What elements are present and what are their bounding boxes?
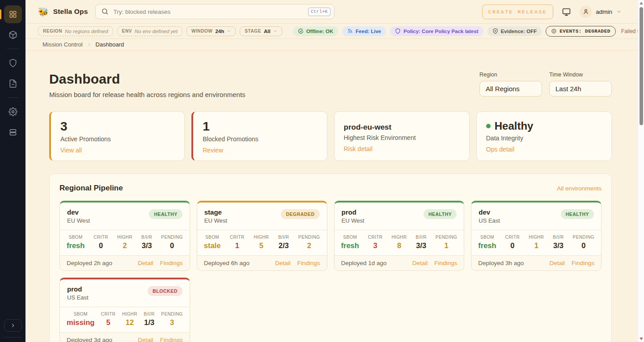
stat-label: HIGHR	[391, 235, 407, 240]
stat-value: 1	[534, 241, 538, 250]
env-context-chip: ENV No env defined yet	[117, 26, 182, 36]
time-window-select[interactable]: Last 24h	[549, 81, 612, 97]
scrollbar-thumb[interactable]	[640, 7, 643, 125]
stat-label: CRITR	[101, 312, 116, 317]
stat-label: SBOM	[480, 235, 494, 240]
evidence-status-pill: Evidence: OFF	[487, 26, 542, 36]
scroll-up-arrow[interactable]	[640, 2, 643, 4]
page-title: Dashboard	[49, 72, 246, 87]
regional-pipeline-panel: Regional Pipeline All environments dev E…	[49, 173, 612, 342]
stage-chip-label: STAGE	[245, 29, 261, 34]
environment-name: dev	[479, 208, 500, 216]
stat-label: PENDING	[161, 235, 182, 240]
breadcrumb-mission-control[interactable]: Mission Control	[42, 41, 83, 48]
sidebar-item-dashboard[interactable]	[4, 5, 22, 23]
policy-status-pill: Policy: Core Policy Pack latest	[390, 26, 483, 36]
environment-region: US East	[479, 217, 500, 224]
sidebar-item-releases[interactable]	[4, 26, 22, 44]
window-filter-chip[interactable]: WINDOW 24h	[186, 26, 236, 36]
region-select[interactable]: All Regions	[479, 81, 542, 97]
stat-value: 3/3	[553, 241, 564, 250]
monitor-icon[interactable]	[562, 7, 571, 17]
region-chip-value: No regions defined	[65, 29, 108, 34]
search-input[interactable]	[95, 4, 335, 19]
detail-link[interactable]: Detail	[549, 260, 565, 266]
detail-link[interactable]: Detail	[138, 260, 153, 266]
app-header: 🐝 Stella Ops Ctrl+K CREATE RELEASE admin	[25, 0, 644, 23]
active-promotions-card: 3 Active Promotions View all	[49, 111, 185, 161]
stat-value: 1	[235, 241, 239, 250]
window-chip-value: 24h	[215, 29, 224, 34]
findings-link[interactable]: Findings	[297, 260, 320, 266]
sidebar-item-security[interactable]	[4, 54, 22, 72]
stage-chip-value: All	[264, 29, 271, 34]
data-integrity-value: Healthy	[495, 119, 534, 133]
stat-value: missing	[67, 318, 94, 327]
user-menu[interactable]: admin	[580, 6, 622, 18]
create-release-button[interactable]: CREATE RELEASE	[482, 4, 554, 19]
data-integrity-value-row: Healthy	[486, 119, 602, 133]
check-circle-icon	[298, 28, 304, 34]
environment-card-dev-us-east: dev US East HEALTHY SBOMfresh CRITR0 HIG…	[471, 201, 602, 271]
deployed-time: Deployed 3d ago	[67, 337, 112, 342]
all-environments-link[interactable]: All environments	[557, 185, 602, 192]
stat-label: B/I/R	[141, 235, 152, 240]
environment-card-stage-eu-west: stage EU West DEGRADED SBOMstale CRITR1 …	[197, 201, 327, 271]
environment-grid: dev EU West HEALTHY SBOMfresh CRITR0 HIG…	[59, 201, 602, 342]
sidebar-item-infrastructure[interactable]	[4, 123, 22, 141]
findings-link[interactable]: Findings	[434, 260, 457, 266]
stat-value: fresh	[67, 241, 85, 250]
findings-link[interactable]: Findings	[160, 337, 183, 342]
detail-link[interactable]: Detail	[275, 260, 291, 266]
view-all-link[interactable]: View all	[60, 147, 82, 154]
vertical-scrollbar	[638, 0, 644, 342]
deployed-time: Deployed 6h ago	[204, 260, 250, 266]
active-promotions-label: Active Promotions	[60, 135, 175, 143]
environment-region: US East	[67, 294, 89, 301]
environment-card-prod-eu-west: prod EU West HEALTHY SBOMfresh CRITR3 HI…	[334, 201, 465, 271]
status-badge: HEALTHY	[561, 209, 594, 219]
page-content: Dashboard Mission board for release heal…	[25, 51, 644, 342]
offline-status-pill: Offline: OK	[293, 26, 339, 36]
findings-link[interactable]: Findings	[572, 260, 594, 266]
blocked-promotions-card: 1 Blocked Promotions Review	[191, 111, 327, 161]
ops-detail-link[interactable]: Ops detail	[486, 146, 514, 153]
main-column: 🐝 Stella Ops Ctrl+K CREATE RELEASE admin	[25, 0, 644, 342]
sidebar-item-settings[interactable]	[4, 103, 22, 121]
stat-value: 2	[307, 241, 311, 250]
deployed-time: Deployed 1d ago	[341, 260, 387, 266]
detail-link[interactable]: Detail	[138, 337, 153, 342]
breadcrumb: Mission Control Dashboard	[25, 39, 644, 51]
region-chip-label: REGION	[43, 29, 62, 34]
environment-region: EU West	[204, 217, 227, 224]
review-link[interactable]: Review	[203, 147, 223, 154]
brand: 🐝 Stella Ops	[38, 8, 88, 16]
stat-value: 0	[510, 241, 514, 250]
stage-filter-chip[interactable]: STAGE All	[240, 26, 282, 36]
sidebar-item-documents[interactable]	[4, 75, 22, 93]
events-status-pill[interactable]: EVENTS: DEGRADED	[546, 26, 616, 37]
gear-icon	[8, 107, 17, 116]
scroll-down-arrow[interactable]	[640, 338, 643, 340]
username: admin	[596, 8, 612, 15]
stat-value: 8	[397, 241, 401, 250]
sidebar-expand-button[interactable]	[4, 319, 22, 332]
environment-name: prod	[67, 285, 89, 293]
stat-value: 12	[126, 318, 134, 327]
policy-status-text: Policy: Core Policy Pack latest	[403, 29, 478, 34]
server-icon	[8, 128, 17, 137]
chevron-right-icon	[87, 42, 92, 47]
summary-cards: 3 Active Promotions View all 1 Blocked P…	[49, 111, 612, 161]
search-icon	[101, 8, 109, 15]
stat-label: SBOM	[343, 235, 357, 240]
environment-name: stage	[204, 208, 227, 216]
risk-detail-link[interactable]: Risk detail	[344, 145, 373, 152]
status-badge: BLOCKED	[148, 286, 182, 296]
stat-label: HIGHR	[122, 312, 137, 317]
global-search: Ctrl+K	[95, 4, 335, 19]
stat-label: SBOM	[205, 235, 219, 240]
detail-link[interactable]: Detail	[412, 260, 428, 266]
findings-link[interactable]: Findings	[160, 260, 183, 266]
stat-label: CRITR	[505, 235, 520, 240]
data-integrity-card: Healthy Data Integrity Ops detail	[476, 111, 612, 161]
